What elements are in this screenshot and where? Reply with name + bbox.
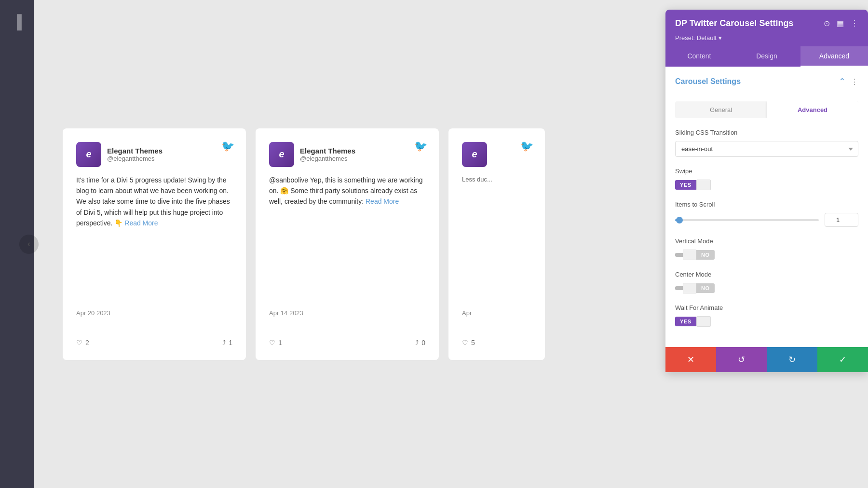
redo-button[interactable]: ↻ — [767, 347, 817, 372]
panel-preset[interactable]: Preset: Default ▾ — [675, 34, 858, 46]
center-mode-label: Center Mode — [675, 271, 858, 278]
tab-advanced[interactable]: Advanced — [800, 46, 868, 67]
share-icon-1: ⤴ — [222, 339, 226, 347]
tweet-header-1: e Elegant Themes @elegantthemes — [76, 142, 232, 167]
tweet-shares-2: ⤴ 0 — [415, 339, 425, 347]
tweet-actions-3: ♡ 5 — [462, 331, 531, 347]
tweet-date-2: Apr 14 2023 — [269, 309, 425, 317]
swipe-label: Swipe — [675, 167, 858, 175]
panel-tabs: Content Design Advanced — [665, 46, 868, 67]
save-icon: ✓ — [839, 354, 846, 365]
panel-header-icons: ⊙ ▦ ⋮ — [824, 19, 858, 28]
avatar-3: e — [462, 142, 487, 167]
twitter-icon-1: 🐦 — [221, 140, 234, 153]
undo-icon: ↺ — [738, 354, 745, 365]
center-mode-toggle[interactable]: NO — [675, 283, 858, 293]
wait-for-animate-setting: Wait For Animate YES — [675, 304, 858, 327]
wait-for-animate-yes-label: YES — [675, 317, 696, 326]
cancel-icon: ✕ — [687, 354, 694, 365]
vertical-mode-no-label: NO — [696, 250, 715, 260]
settings-panel: DP Twitter Carousel Settings ⊙ ▦ ⋮ Prese… — [665, 10, 868, 372]
chevron-left-icon: ‹ — [27, 239, 30, 249]
collapse-icon[interactable]: ⌃ — [839, 76, 846, 87]
tweet-text-3: Less duc... — [462, 175, 531, 301]
tab-content[interactable]: Content — [665, 46, 733, 67]
twitter-icon-3: 🐦 — [520, 140, 533, 153]
items-to-scroll-label: Items to Scroll — [675, 201, 858, 208]
tweet-actions-1: ♡ 2 ⤴ 1 — [76, 331, 232, 347]
grid-icon[interactable]: ▦ — [837, 19, 844, 28]
avatar-1: e — [76, 142, 101, 167]
tweet-card-1: 🐦 e Elegant Themes @elegantthemes It's t… — [63, 128, 246, 360]
center-mode-toggle-thumb — [683, 283, 696, 293]
center-mode-toggle-track — [675, 286, 683, 290]
vertical-mode-toggle[interactable]: NO — [675, 250, 858, 260]
tweet-text-1: It's time for a Divi 5 progress update! … — [76, 175, 232, 301]
avatar-logo-1: e — [86, 149, 91, 160]
panel-body: Carousel Settings ⌃ ⋮ General Advanced S… — [665, 67, 868, 347]
tweet-author-handle-1: @elegantthemes — [107, 155, 163, 162]
tweet-author-handle-2: @elegantthemes — [300, 155, 355, 162]
tweet-author-info-1: Elegant Themes @elegantthemes — [107, 147, 163, 162]
items-to-scroll-setting: Items to Scroll — [675, 201, 858, 227]
sliding-css-transition-setting: Sliding CSS Transition ease-in-out ease … — [675, 129, 858, 157]
sub-tab-advanced[interactable]: Advanced — [767, 101, 858, 118]
tweet-likes-3: ♡ 5 — [462, 339, 475, 347]
tweet-author-name-1: Elegant Themes — [107, 147, 163, 155]
avatar-logo-2: e — [279, 149, 284, 160]
panel-title: DP Twitter Carousel Settings — [675, 18, 793, 28]
items-to-scroll-slider-container — [675, 213, 858, 227]
tweet-shares-1: ⤴ 1 — [222, 339, 232, 347]
sidebar-icon: ▐ — [0, 14, 34, 30]
sync-icon[interactable]: ⊙ — [824, 19, 830, 28]
swipe-toggle[interactable]: YES — [675, 180, 858, 190]
tweet-likes-1: ♡ 2 — [76, 339, 89, 347]
tweet-card-2: 🐦 e Elegant Themes @elegantthemes @sanbo… — [256, 128, 439, 360]
carousel-settings-title: Carousel Settings — [675, 77, 741, 86]
vertical-mode-toggle-track — [675, 253, 683, 257]
wait-for-animate-toggle[interactable]: YES — [675, 316, 858, 327]
avatar-logo-3: e — [472, 149, 477, 160]
section-controls: ⌃ ⋮ — [839, 76, 858, 87]
save-button[interactable]: ✓ — [817, 347, 868, 372]
tab-design[interactable]: Design — [733, 46, 800, 67]
share-icon-2: ⤴ — [415, 339, 419, 347]
tweet-read-more-2[interactable]: Read More — [366, 197, 399, 205]
tweet-read-more-1[interactable]: Read More — [124, 219, 158, 227]
bottom-toolbar: ✕ ↺ ↻ ✓ — [665, 347, 868, 372]
tweet-author-info-2: Elegant Themes @elegantthemes — [300, 147, 355, 162]
undo-button[interactable]: ↺ — [716, 347, 767, 372]
items-to-scroll-input[interactable] — [825, 213, 858, 227]
tweet-date-1: Apr 20 2023 — [76, 309, 232, 317]
sub-tabs: General Advanced — [675, 101, 858, 118]
carousel-settings-section-header: Carousel Settings ⌃ ⋮ — [675, 76, 858, 92]
panel-title-row: DP Twitter Carousel Settings ⊙ ▦ ⋮ — [675, 18, 858, 28]
sliding-css-transition-label: Sliding CSS Transition — [675, 129, 858, 136]
heart-icon-3: ♡ — [462, 339, 468, 347]
tweet-card-3-partial: 🐦 e Less duc... Apr ♡ 5 — [448, 128, 545, 360]
vertical-mode-toggle-thumb — [683, 250, 696, 260]
swipe-yes-label: YES — [675, 180, 696, 190]
panel-header: DP Twitter Carousel Settings ⊙ ▦ ⋮ Prese… — [665, 10, 868, 46]
tweet-text-2: @sanboolive Yep, this is something we ar… — [269, 175, 425, 301]
avatar-2: e — [269, 142, 294, 167]
swipe-toggle-thumb — [696, 180, 711, 190]
sub-tab-general[interactable]: General — [675, 101, 767, 118]
heart-icon-2: ♡ — [269, 339, 275, 347]
tweet-likes-2: ♡ 1 — [269, 339, 282, 347]
slider-thumb[interactable] — [676, 217, 683, 223]
section-menu-icon[interactable]: ⋮ — [851, 77, 858, 86]
twitter-icon-2: 🐦 — [414, 140, 427, 153]
heart-icon-1: ♡ — [76, 339, 82, 347]
nav-arrow-left[interactable]: ‹ — [19, 235, 39, 254]
cancel-button[interactable]: ✕ — [665, 347, 716, 372]
tweet-actions-2: ♡ 1 ⤴ 0 — [269, 331, 425, 347]
tweet-date-3: Apr — [462, 309, 531, 317]
more-icon[interactable]: ⋮ — [851, 19, 858, 28]
tweet-header-2: e Elegant Themes @elegantthemes — [269, 142, 425, 167]
sliding-css-transition-select[interactable]: ease-in-out ease ease-in ease-out linear — [675, 141, 858, 157]
vertical-mode-setting: Vertical Mode NO — [675, 237, 858, 260]
swipe-setting: Swipe YES — [675, 167, 858, 190]
items-to-scroll-track[interactable] — [675, 219, 819, 221]
tweet-author-name-2: Elegant Themes — [300, 147, 355, 155]
